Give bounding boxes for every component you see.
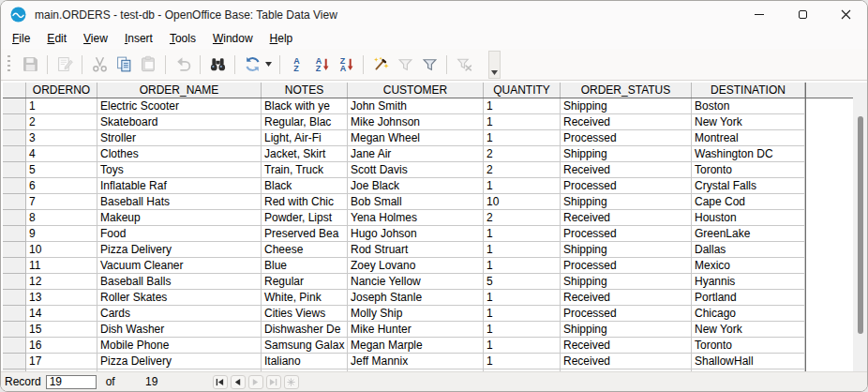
row-header[interactable]: [3, 274, 26, 290]
cell[interactable]: 2: [484, 210, 561, 226]
cell[interactable]: 10: [26, 242, 97, 258]
row-header[interactable]: [3, 130, 26, 146]
cell[interactable]: ShallowHall: [692, 354, 805, 369]
cell[interactable]: Joseph Stanle: [348, 290, 484, 306]
cell[interactable]: Food: [97, 226, 262, 242]
cell[interactable]: Portland: [692, 290, 805, 306]
row-header[interactable]: [3, 242, 26, 258]
new-record-button[interactable]: [284, 375, 299, 389]
cell[interactable]: Houston: [692, 210, 805, 226]
undo-button[interactable]: [171, 53, 195, 77]
row-header[interactable]: [3, 226, 26, 242]
row-header[interactable]: [3, 114, 26, 130]
row-header[interactable]: [3, 290, 26, 306]
cell[interactable]: Mexico: [692, 258, 805, 274]
menu-item-help[interactable]: Help: [262, 29, 302, 48]
sort-descending-button[interactable]: ZA: [334, 53, 358, 77]
row-header[interactable]: [3, 178, 26, 194]
cell[interactable]: 5: [484, 274, 561, 290]
cell[interactable]: Dishwasher De: [262, 322, 348, 338]
column-header-customer[interactable]: CUSTOMER: [348, 83, 484, 98]
row-header[interactable]: [3, 194, 26, 210]
cell[interactable]: Train, Truck: [262, 162, 348, 178]
cell[interactable]: Boston: [692, 98, 805, 114]
cell[interactable]: Megan Wheel: [348, 130, 484, 146]
row-header[interactable]: [3, 146, 26, 162]
cell[interactable]: Jane Air: [348, 146, 484, 162]
cell[interactable]: Hyannis: [692, 274, 805, 290]
cell[interactable]: Pizza Delivery: [97, 354, 262, 369]
menu-item-tools[interactable]: Tools: [161, 29, 204, 48]
cell[interactable]: 18: [26, 369, 97, 371]
cell[interactable]: 16: [26, 338, 97, 354]
cell[interactable]: Light, Air-Fi: [262, 130, 348, 146]
cell[interactable]: Processed: [561, 226, 692, 242]
save-button[interactable]: [18, 53, 42, 77]
cell[interactable]: Stroller: [97, 130, 262, 146]
cell[interactable]: Red with Chic: [262, 194, 348, 210]
close-button[interactable]: [824, 1, 867, 28]
menu-item-insert[interactable]: Insert: [116, 29, 161, 48]
refresh-dropdown-caret-icon[interactable]: [265, 62, 272, 67]
select-all-corner[interactable]: [3, 83, 26, 98]
cell[interactable]: GreenLake: [692, 226, 805, 242]
row-header[interactable]: [3, 369, 26, 371]
scrollbar-thumb[interactable]: [858, 116, 863, 334]
reset-filter-button[interactable]: [452, 53, 476, 77]
cell[interactable]: 1: [484, 130, 561, 146]
row-header[interactable]: [3, 258, 26, 274]
cell[interactable]: 4: [26, 146, 97, 162]
cell[interactable]: Received: [561, 210, 692, 226]
column-header-order_name[interactable]: ORDER_NAME: [97, 83, 262, 98]
record-number-input[interactable]: [46, 375, 97, 389]
column-header-order_status[interactable]: ORDER_STATUS: [561, 83, 692, 98]
cell[interactable]: Received: [561, 114, 692, 130]
cell[interactable]: [262, 369, 348, 371]
cell[interactable]: 1: [484, 338, 561, 354]
cell[interactable]: Skateboard: [97, 114, 262, 130]
toolbar-overflow-button[interactable]: [488, 51, 501, 79]
column-header-quantity[interactable]: QUANTITY: [484, 83, 561, 98]
cell[interactable]: Roller Skates: [97, 290, 262, 306]
cell[interactable]: Megan Marple: [348, 338, 484, 354]
cell[interactable]: 2: [484, 146, 561, 162]
cell[interactable]: [692, 369, 805, 371]
next-record-button[interactable]: [248, 375, 263, 389]
row-header[interactable]: [3, 354, 26, 369]
cell[interactable]: Dallas: [692, 242, 805, 258]
cell[interactable]: Mike Johnson: [348, 114, 484, 130]
cell[interactable]: Baseball Hats: [97, 194, 262, 210]
find-record-button[interactable]: [205, 53, 230, 77]
cell[interactable]: Processed: [561, 306, 692, 322]
cell[interactable]: Black: [262, 178, 348, 194]
cell[interactable]: Italiano: [262, 354, 348, 369]
cell[interactable]: Joe Black: [348, 178, 484, 194]
sort-button[interactable]: AZ: [285, 53, 309, 77]
cell[interactable]: Shipping: [561, 146, 692, 162]
column-header-notes[interactable]: NOTES: [262, 83, 348, 98]
cell[interactable]: Jeff Mannix: [348, 354, 484, 369]
standard-filter-button[interactable]: [417, 53, 441, 77]
cell[interactable]: 9: [26, 226, 97, 242]
menu-item-view[interactable]: View: [75, 29, 116, 48]
cell[interactable]: Black with ye: [262, 98, 348, 114]
cell[interactable]: 17: [26, 354, 97, 369]
cell[interactable]: Toys: [97, 162, 262, 178]
cell[interactable]: Processed: [561, 130, 692, 146]
cell[interactable]: Scott Davis: [348, 162, 484, 178]
minimize-button[interactable]: [738, 1, 781, 28]
cell[interactable]: 7: [26, 194, 97, 210]
cell[interactable]: Blue: [262, 258, 348, 274]
cell[interactable]: 14: [26, 306, 97, 322]
row-header[interactable]: [3, 338, 26, 354]
cell[interactable]: 2: [26, 114, 97, 130]
cell[interactable]: Mike Hunter: [348, 322, 484, 338]
copy-button[interactable]: [112, 53, 136, 77]
cell[interactable]: Cape Cod: [692, 194, 805, 210]
cut-button[interactable]: [87, 53, 112, 77]
cell[interactable]: 13: [26, 290, 97, 306]
menu-item-edit[interactable]: Edit: [38, 29, 75, 48]
cell[interactable]: Makeup: [97, 210, 262, 226]
cell[interactable]: New York: [692, 322, 805, 338]
cell[interactable]: Jacket, Skirt: [262, 146, 348, 162]
